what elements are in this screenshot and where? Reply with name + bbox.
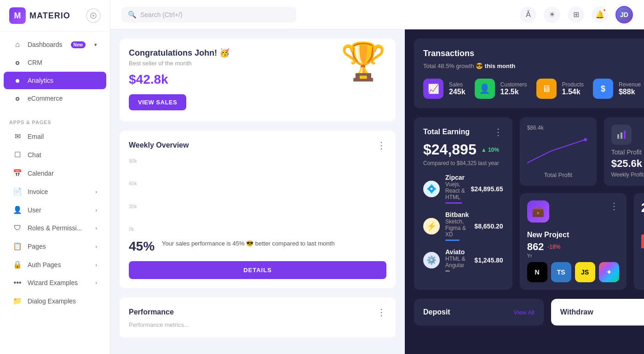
total-profit-label: Total Profit <box>527 171 589 178</box>
performance-menu-button[interactable]: ⋮ <box>377 307 386 318</box>
customers-value: 12.5k <box>500 88 527 96</box>
sidebar-item-invoice[interactable]: 📄 Invoice › <box>4 183 106 200</box>
weekly-header: Weekly Overview ⋮ <box>129 140 386 151</box>
performance-card: Performance ⋮ Performance metrics... <box>120 297 396 337</box>
wizard-label: Wizard Examples <box>28 279 78 286</box>
user-label: User <box>28 206 41 214</box>
new-project-menu[interactable]: ⋮ <box>610 200 619 211</box>
mini-bar-1 <box>641 234 644 248</box>
translate-icon: A̋ <box>526 10 531 19</box>
auth-icon: 🔒 <box>13 260 22 269</box>
roles-chevron-icon: › <box>95 225 97 231</box>
products-icon: 🖥 <box>536 79 557 99</box>
earning-header: Total Earning ⋮ <box>423 126 503 137</box>
new-project-icon: 💼 <box>527 200 549 223</box>
deposit-header: Deposit View All <box>423 308 535 316</box>
sidebar-item-roles[interactable]: 🛡 Roles & Permissi... › <box>4 219 106 237</box>
sidebar-item-calendar[interactable]: 📅 Calendar <box>4 164 106 182</box>
profit-chart <box>527 133 589 170</box>
zipcar-icon: 💠 <box>423 181 440 197</box>
performance-placeholder: Performance metrics... <box>129 321 386 328</box>
avatar[interactable]: JD <box>615 6 633 23</box>
sidebar-item-ecommerce[interactable]: eCommerce <box>4 90 106 107</box>
new-project-count: 862 <box>527 241 544 253</box>
invoice-icon: 📄 <box>13 187 22 196</box>
weekly-profit-header: ⋮ <box>611 125 644 145</box>
user-icon: 👤 <box>13 206 22 214</box>
weekly-overview-card: Weekly Overview ⋮ 90k 60k 30k 0k <box>120 131 396 288</box>
grid-icon: ⊞ <box>573 10 579 19</box>
new-project-badge: -18% <box>547 244 560 250</box>
dialog-label: Dialog Examples <box>28 297 76 305</box>
new-project-yr-label: Yr <box>527 253 619 258</box>
sidebar-toggle-button[interactable] <box>86 8 101 23</box>
typescript-logo: TS <box>551 262 571 282</box>
bitbank-progress <box>445 240 460 241</box>
chat-icon: ☐ <box>13 150 22 159</box>
bitbank-amount: $8,650.20 <box>474 223 503 230</box>
user-chevron-icon: › <box>95 207 97 213</box>
earning-amount: $24,895 ▲ 10% <box>423 141 503 158</box>
aviato-progress <box>445 270 450 272</box>
aviato-icon: ⚙️ <box>423 252 440 268</box>
y-axis-labels: 90k 60k 30k 0k <box>129 158 137 232</box>
search-placeholder: Search (Ctrl+/) <box>140 11 182 18</box>
crm-label: CRM <box>28 59 42 66</box>
sidebar-item-auth[interactable]: 🔒 Auth Pages › <box>4 256 106 274</box>
logo-area: M MATERIO <box>0 0 110 32</box>
notifications-button[interactable]: 🔔 <box>592 6 608 23</box>
svg-rect-3 <box>617 134 619 139</box>
header: 🔍 Search (Ctrl+/) A̋ ☀ ⊞ 🔔 JD <box>110 0 644 29</box>
middle-row: Total Earning ⋮ $24,895 ▲ 10% Compared t… <box>414 117 644 290</box>
details-button[interactable]: DETAILS <box>129 261 386 279</box>
theme-button[interactable]: ☀ <box>544 6 560 23</box>
sales-value: 245k <box>449 88 466 96</box>
search-bar[interactable]: 🔍 Search (Ctrl+/) <box>121 7 296 23</box>
invoice-chevron-icon: › <box>95 189 97 194</box>
revenue-stat: $ Revenue $88k <box>593 79 641 99</box>
header-right: A̋ ☀ ⊞ 🔔 JD <box>520 6 633 23</box>
sidebar-item-wizard[interactable]: ••• Wizard Examples › <box>4 274 106 291</box>
performance-title: Performance <box>129 308 174 316</box>
customers-icon: 👤 <box>475 79 495 99</box>
ecommerce-label: eCommerce <box>28 95 63 102</box>
translate-button[interactable]: A̋ <box>520 6 536 23</box>
new-badge: New <box>71 41 86 48</box>
earning-item-bitbank: ⚡ Bitbank Sketch, Figma & XD $8,650.20 <box>423 211 503 241</box>
sidebar-item-email[interactable]: ✉ Email <box>4 127 106 145</box>
withdraw-card: Withdraw View All <box>551 299 644 325</box>
earning-menu-button[interactable]: ⋮ <box>494 126 503 137</box>
performance-header: Performance ⋮ <box>129 307 386 318</box>
sidebar-item-chat[interactable]: ☐ Chat <box>4 146 106 164</box>
sidebar-item-user[interactable]: 👤 User › <box>4 201 106 219</box>
deposit-view-all[interactable]: View All <box>514 309 535 316</box>
bar-chart-icon <box>611 125 632 145</box>
view-sales-button[interactable]: VIEW SALES <box>129 94 186 110</box>
earning-item-zipcar: 💠 Zipcar Vuejs, React & HTML $24,895.65 <box>423 174 503 204</box>
sidebar-item-crm[interactable]: CRM <box>4 54 106 71</box>
grid-button[interactable]: ⊞ <box>568 6 584 23</box>
bitbank-icon: ⚡ <box>423 218 440 234</box>
home-icon: ⌂ <box>13 40 22 49</box>
pages-label: Pages <box>28 243 46 250</box>
earning-title: Total Earning <box>423 128 470 136</box>
svg-rect-5 <box>624 131 626 139</box>
figma-logo: ✦ <box>599 262 619 282</box>
sidebar-item-analytics[interactable]: Analytics <box>4 72 106 89</box>
chart-bars <box>149 158 383 232</box>
weekly-menu-button[interactable]: ⋮ <box>377 140 386 151</box>
tech-logos: N TS JS ✦ <box>527 262 619 282</box>
crm-dot-icon <box>13 58 22 67</box>
customers-stat: 👤 Customers 12.5k <box>475 79 527 99</box>
auth-chevron-icon: › <box>95 262 97 268</box>
analytics-dot-icon <box>13 76 22 85</box>
sidebar-item-pages[interactable]: 📋 Pages › <box>4 237 106 255</box>
withdraw-header: Withdraw View All <box>560 308 644 316</box>
chat-label: Chat <box>28 151 41 159</box>
dialog-icon: 📁 <box>13 297 22 305</box>
sidebar-item-dialog[interactable]: 📁 Dialog Examples <box>4 292 106 310</box>
bottom-row: Deposit View All Withdraw View All <box>414 299 644 325</box>
wizard-icon: ••• <box>13 279 22 287</box>
transactions-header: Transactions ⋮ <box>423 48 644 59</box>
sidebar-item-dashboards[interactable]: ⌂ Dashboards New ▾ <box>4 36 106 53</box>
